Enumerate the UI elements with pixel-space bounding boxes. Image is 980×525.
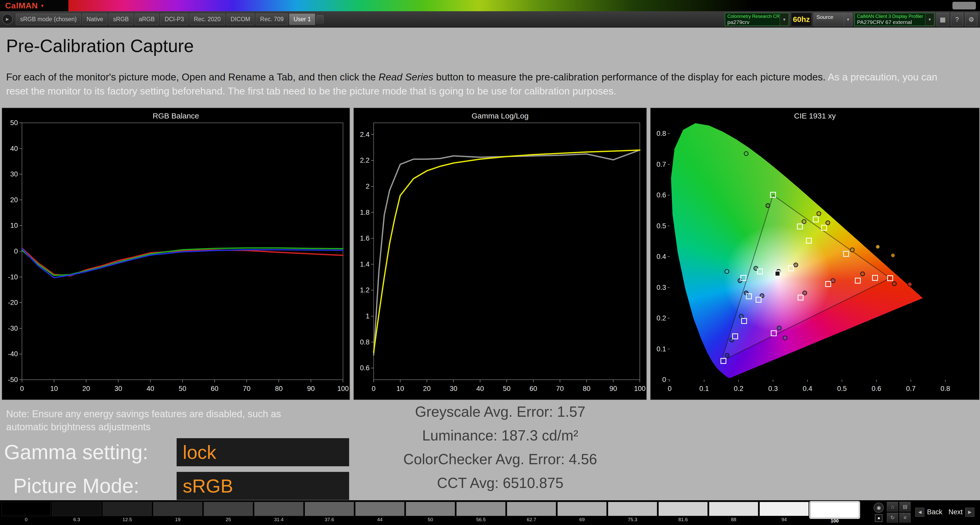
svg-text:0: 0 <box>20 385 24 393</box>
svg-text:2.4: 2.4 <box>360 131 369 139</box>
svg-text:0.6: 0.6 <box>872 385 881 393</box>
tab-rec-709[interactable]: Rec. 709 <box>256 14 288 25</box>
layout-button[interactable]: ▤ <box>899 502 911 511</box>
grayscale-swatch-25[interactable]: 25 <box>204 502 253 524</box>
svg-text:1: 1 <box>366 312 369 320</box>
svg-text:0.1: 0.1 <box>699 385 709 393</box>
grayscale-swatch-19[interactable]: 19 <box>153 502 202 524</box>
swatch-color[interactable] <box>456 502 506 516</box>
grayscale-swatch-50[interactable]: 50 <box>406 502 455 524</box>
swatch-color[interactable] <box>254 502 304 516</box>
tab-dci-p3[interactable]: DCI-P3 <box>160 14 188 25</box>
next-button[interactable]: Next ▶ <box>947 507 976 518</box>
tab-argb[interactable]: aRGB <box>135 14 159 25</box>
tab-srgb[interactable]: sRGB <box>109 14 133 25</box>
tab-rec-2020[interactable]: Rec. 2020 <box>189 14 225 25</box>
grayscale-swatch-0[interactable]: 0 <box>2 502 51 524</box>
svg-text:30: 30 <box>450 385 457 393</box>
grayscale-swatch-44[interactable]: 44 <box>355 502 404 524</box>
swatch-color[interactable] <box>2 502 51 516</box>
record-button[interactable]: ◉ <box>873 503 884 513</box>
svg-text:0.4: 0.4 <box>803 385 812 393</box>
menu-button[interactable]: ▶ <box>2 14 13 24</box>
swatch-color[interactable] <box>507 502 556 516</box>
svg-text:40: 40 <box>146 385 154 393</box>
meter-name: Colorimetry Research CR-100 <box>727 14 778 19</box>
grayscale-swatch-56.5[interactable]: 56.5 <box>456 502 506 524</box>
swatch-color[interactable] <box>406 502 455 516</box>
toolbar-right: Colorimetry Research CR-100 pa279crv ▾ 6… <box>725 13 977 26</box>
svg-text:50: 50 <box>503 385 511 393</box>
swatch-color[interactable] <box>810 502 859 518</box>
swatch-color[interactable] <box>557 502 607 516</box>
svg-text:40: 40 <box>476 385 484 393</box>
swatch-label: 62.7 <box>507 516 556 522</box>
tab-dicom[interactable]: DICOM <box>226 14 255 25</box>
swatch-color[interactable] <box>52 502 101 516</box>
grayscale-swatch-81.6[interactable]: 81.6 <box>659 502 708 524</box>
chevron-down-icon[interactable]: ▾ <box>780 13 789 26</box>
grayscale-swatch-37.6[interactable]: 37.6 <box>305 502 354 524</box>
grayscale-swatch-100[interactable]: 100 <box>810 502 859 524</box>
swatch-label: 12.5 <box>103 516 152 522</box>
logo-dropdown-icon[interactable]: ▾ <box>41 3 44 9</box>
stop-button[interactable]: ■ <box>875 514 883 522</box>
refresh-rate-badge[interactable]: 60hz <box>791 13 811 26</box>
stop-icon: ■ <box>878 516 880 520</box>
svg-text:0: 0 <box>372 385 375 393</box>
home-button[interactable]: ⌂ <box>887 502 898 511</box>
instructions-part1: For each of the monitor's picture mode, … <box>6 72 379 83</box>
back-button[interactable]: ◀ Back <box>914 507 944 518</box>
swatch-color[interactable] <box>103 502 152 516</box>
grayscale-swatch-88[interactable]: 88 <box>709 502 758 524</box>
swatch-label: 0 <box>2 516 51 522</box>
swatch-color[interactable] <box>759 502 809 516</box>
energy-savings-note: Note: Ensure any energy savings features… <box>6 407 325 434</box>
svg-text:1.8: 1.8 <box>360 209 369 216</box>
list-button[interactable]: ≡ <box>899 513 911 522</box>
titlebar-widget[interactable] <box>953 2 976 10</box>
new-tab-stub[interactable] <box>317 15 324 23</box>
svg-text:-40: -40 <box>8 350 18 358</box>
client-target: PA279CRV 67 external <box>857 19 923 25</box>
grayscale-swatch-94[interactable]: 94 <box>759 502 809 524</box>
svg-text:0.2: 0.2 <box>734 385 743 393</box>
source-dropdown[interactable]: Source ▾ <box>814 13 853 26</box>
chevron-down-icon[interactable]: ▾ <box>925 13 934 26</box>
swatch-label: 75.3 <box>608 516 657 522</box>
gamma-setting-value[interactable]: lock <box>177 438 349 466</box>
app-logo[interactable]: CalMAN ▾ <box>0 0 68 11</box>
grayscale-swatch-6.3[interactable]: 6.3 <box>52 502 101 524</box>
tab-user-1[interactable]: User 1 <box>289 14 315 25</box>
grayscale-swatch-75.3[interactable]: 75.3 <box>608 502 657 524</box>
help-icon[interactable]: ? <box>951 13 963 26</box>
chevron-down-icon[interactable]: ▾ <box>844 13 852 26</box>
grayscale-swatch-31.4[interactable]: 31.4 <box>254 502 304 524</box>
swatch-color[interactable] <box>204 502 253 516</box>
grayscale-swatch-12.5[interactable]: 12.5 <box>103 502 152 524</box>
swatch-color[interactable] <box>355 502 404 516</box>
tab-srgb-mode-chosen-[interactable]: sRGB mode (chosen) <box>16 14 81 25</box>
meter-dropdown[interactable]: Colorimetry Research CR-100 pa279crv ▾ <box>725 13 789 26</box>
swatch-color[interactable] <box>659 502 708 516</box>
picture-mode-value[interactable]: sRGB <box>177 472 349 500</box>
svg-text:20: 20 <box>10 196 18 204</box>
client-dropdown[interactable]: CalMAN Client 3 Display Profiler PA279CR… <box>854 13 935 26</box>
display-settings-icon[interactable]: ▦ <box>937 13 949 26</box>
svg-text:30: 30 <box>115 385 122 393</box>
svg-text:80: 80 <box>583 385 590 393</box>
refresh-button[interactable]: ↻ <box>887 513 898 522</box>
swatch-color[interactable] <box>153 502 202 516</box>
grayscale-swatch-69[interactable]: 69 <box>557 502 607 524</box>
swatch-color[interactable] <box>709 502 758 516</box>
workflow-toolbar: ▶ sRGB mode (chosen)NativesRGBaRGBDCI-P3… <box>0 11 980 27</box>
grayscale-swatch-62.7[interactable]: 62.7 <box>507 502 556 524</box>
tab-native[interactable]: Native <box>82 14 107 25</box>
swatch-label: 88 <box>709 516 758 522</box>
settings-gear-icon[interactable]: ⚙ <box>965 13 977 26</box>
svg-text:0: 0 <box>662 376 666 383</box>
stat-line: Luminance: 187.3 cd/m² <box>339 424 661 447</box>
swatch-color[interactable] <box>305 502 354 516</box>
svg-text:0.6: 0.6 <box>360 364 369 372</box>
swatch-color[interactable] <box>608 502 657 516</box>
